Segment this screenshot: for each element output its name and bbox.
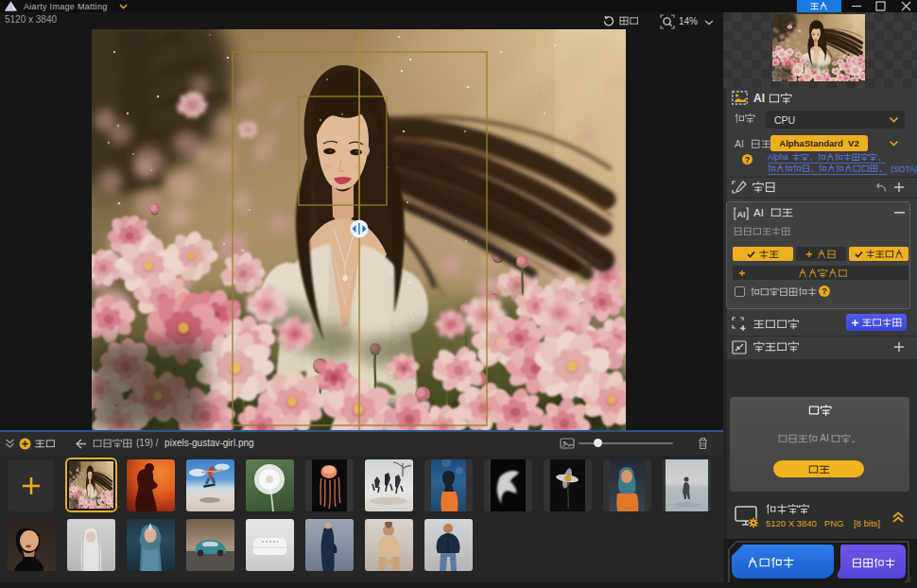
svg-text:AI: AI — [737, 210, 746, 219]
